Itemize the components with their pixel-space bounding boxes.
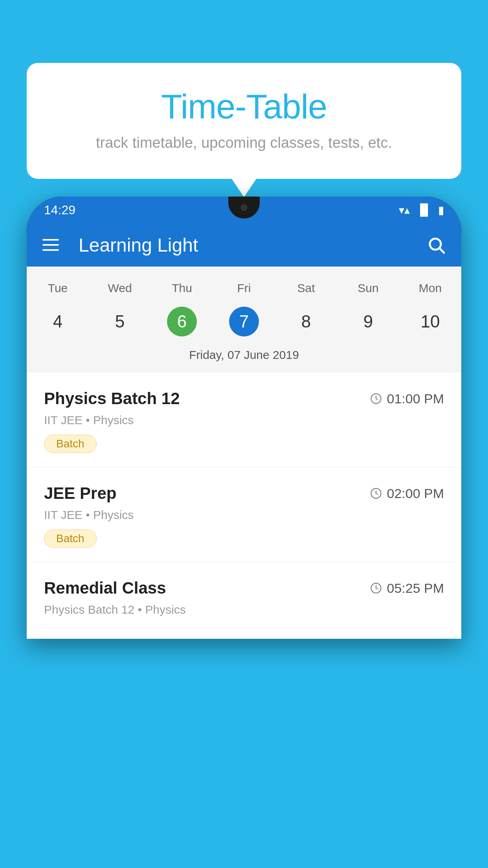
class-name: Remedial Class [44, 579, 166, 598]
class-time: 02:00 PM [370, 486, 444, 501]
battery-icon: ▮ [438, 204, 444, 217]
signal-icon: ▐▌ [416, 204, 432, 216]
phone-container: 14:29 ▾▴ ▐▌ ▮ Learning Light [27, 197, 461, 868]
day-label: Mon [399, 278, 461, 298]
schedule-item[interactable]: Physics Batch 1201:00 PMIIT JEE • Physic… [27, 373, 461, 467]
hamburger-line-2 [42, 244, 59, 246]
clock-icon [370, 393, 382, 405]
search-button[interactable] [427, 235, 446, 254]
status-bar: 14:29 ▾▴ ▐▌ ▮ [27, 197, 461, 223]
hamburger-line-1 [42, 239, 59, 241]
status-time: 14:29 [44, 203, 75, 217]
schedule-item-header: JEE Prep02:00 PM [44, 484, 444, 503]
status-icons: ▾▴ ▐▌ ▮ [399, 204, 444, 217]
clock-icon [370, 487, 382, 499]
notch [228, 197, 260, 219]
camera-dot [240, 204, 248, 211]
class-meta: IIT JEE • Physics [44, 508, 444, 522]
schedule-item[interactable]: JEE Prep02:00 PMIIT JEE • PhysicsBatch [27, 467, 461, 562]
batch-tag: Batch [44, 435, 97, 453]
date-cell[interactable]: 9 [337, 306, 399, 337]
class-time: 05:25 PM [370, 581, 444, 596]
speech-bubble: Time-Table track timetable, upcoming cla… [27, 63, 461, 179]
date-number: 8 [291, 307, 321, 337]
class-meta: Physics Batch 12 • Physics [44, 603, 444, 616]
speech-bubble-container: Time-Table track timetable, upcoming cla… [27, 63, 461, 179]
days-header: TueWedThuFriSatSunMon [27, 274, 461, 302]
date-cell[interactable]: 5 [89, 306, 151, 337]
date-cell[interactable]: 7 [213, 306, 275, 337]
schedule-item[interactable]: Remedial Class05:25 PMPhysics Batch 12 •… [27, 562, 461, 639]
date-number: 9 [353, 307, 383, 337]
calendar-section: TueWedThuFriSatSunMon 45678910 Friday, 0… [27, 267, 461, 373]
class-name: Physics Batch 12 [44, 389, 180, 408]
schedule-item-header: Remedial Class05:25 PM [44, 579, 444, 598]
app-title: Learning Light [75, 234, 411, 256]
class-meta: IIT JEE • Physics [44, 414, 444, 427]
date-number: 4 [43, 307, 73, 337]
date-cell[interactable]: 10 [399, 306, 461, 337]
class-name: JEE Prep [44, 484, 116, 503]
date-cell[interactable]: 6 [151, 306, 213, 337]
day-label: Tue [27, 278, 89, 298]
day-label: Thu [151, 278, 213, 298]
class-time: 01:00 PM [370, 391, 444, 406]
bubble-subtitle: track timetable, upcoming classes, tests… [58, 134, 430, 151]
day-label: Fri [213, 278, 275, 298]
phone-frame: 14:29 ▾▴ ▐▌ ▮ Learning Light [27, 197, 461, 639]
bubble-title: Time-Table [58, 86, 430, 127]
day-label: Sat [275, 278, 337, 298]
menu-button[interactable] [42, 239, 59, 251]
date-cell[interactable]: 8 [275, 306, 337, 337]
date-number: 5 [105, 307, 135, 337]
schedule-item-header: Physics Batch 1201:00 PM [44, 389, 444, 408]
hamburger-line-3 [42, 249, 59, 251]
schedule-list: Physics Batch 1201:00 PMIIT JEE • Physic… [27, 373, 461, 639]
date-cell[interactable]: 4 [27, 306, 89, 337]
dates-row: 45678910 [27, 302, 461, 345]
wifi-icon: ▾▴ [399, 204, 410, 217]
time-label: 05:25 PM [387, 581, 444, 596]
date-number: 7 [229, 307, 259, 337]
day-label: Wed [89, 278, 151, 298]
batch-tag: Batch [44, 530, 97, 548]
svg-line-1 [440, 248, 444, 253]
selected-date-label: Friday, 07 June 2019 [27, 345, 461, 369]
clock-icon [370, 582, 382, 594]
day-label: Sun [337, 278, 399, 298]
time-label: 02:00 PM [387, 486, 444, 501]
date-number: 10 [415, 307, 445, 337]
time-label: 01:00 PM [387, 391, 444, 406]
app-bar: Learning Light [27, 223, 461, 267]
date-number: 6 [167, 307, 197, 337]
